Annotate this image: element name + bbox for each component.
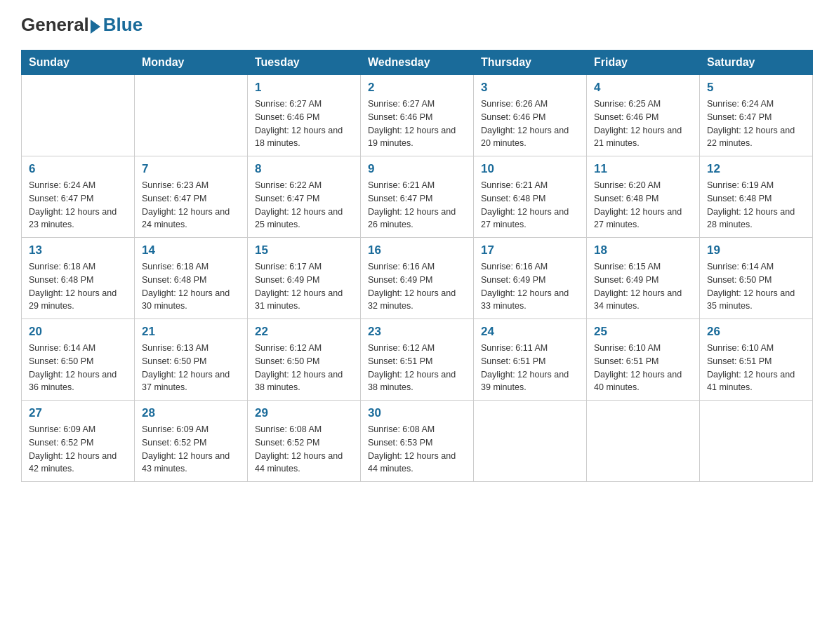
day-number: 27 bbox=[29, 406, 127, 420]
day-cell: 3Sunrise: 6:26 AM Sunset: 6:46 PM Daylig… bbox=[474, 75, 587, 156]
day-number: 18 bbox=[594, 243, 692, 257]
day-info: Sunrise: 6:26 AM Sunset: 6:46 PM Dayligh… bbox=[481, 98, 579, 150]
day-cell: 2Sunrise: 6:27 AM Sunset: 6:46 PM Daylig… bbox=[361, 75, 474, 156]
day-number: 25 bbox=[594, 325, 692, 339]
day-cell: 1Sunrise: 6:27 AM Sunset: 6:46 PM Daylig… bbox=[248, 75, 361, 156]
day-cell: 6Sunrise: 6:24 AM Sunset: 6:47 PM Daylig… bbox=[22, 156, 135, 238]
calendar-table: SundayMondayTuesdayWednesdayThursdayFrid… bbox=[21, 50, 813, 482]
day-number: 1 bbox=[255, 81, 353, 95]
day-number: 11 bbox=[594, 162, 692, 176]
day-number: 6 bbox=[29, 162, 127, 176]
logo-blue-text: Blue bbox=[103, 14, 143, 36]
day-cell: 24Sunrise: 6:11 AM Sunset: 6:51 PM Dayli… bbox=[474, 319, 587, 401]
day-number: 9 bbox=[368, 162, 466, 176]
day-number: 13 bbox=[29, 243, 127, 257]
day-number: 24 bbox=[481, 325, 579, 339]
day-info: Sunrise: 6:27 AM Sunset: 6:46 PM Dayligh… bbox=[255, 98, 353, 150]
day-number: 3 bbox=[481, 81, 579, 95]
day-cell: 20Sunrise: 6:14 AM Sunset: 6:50 PM Dayli… bbox=[22, 319, 135, 401]
day-number: 2 bbox=[368, 81, 466, 95]
day-number: 14 bbox=[142, 243, 240, 257]
day-info: Sunrise: 6:22 AM Sunset: 6:47 PM Dayligh… bbox=[255, 179, 353, 232]
week-row-3: 13Sunrise: 6:18 AM Sunset: 6:48 PM Dayli… bbox=[22, 238, 813, 319]
day-info: Sunrise: 6:14 AM Sunset: 6:50 PM Dayligh… bbox=[707, 260, 805, 313]
weekday-header-thursday: Thursday bbox=[474, 51, 587, 75]
day-info: Sunrise: 6:12 AM Sunset: 6:51 PM Dayligh… bbox=[368, 342, 466, 394]
day-info: Sunrise: 6:24 AM Sunset: 6:47 PM Dayligh… bbox=[29, 179, 127, 232]
day-info: Sunrise: 6:18 AM Sunset: 6:48 PM Dayligh… bbox=[29, 260, 127, 313]
logo: General Blue bbox=[21, 14, 143, 36]
day-info: Sunrise: 6:16 AM Sunset: 6:49 PM Dayligh… bbox=[368, 260, 466, 313]
day-cell: 25Sunrise: 6:10 AM Sunset: 6:51 PM Dayli… bbox=[587, 319, 700, 401]
day-info: Sunrise: 6:14 AM Sunset: 6:50 PM Dayligh… bbox=[29, 342, 127, 394]
day-cell bbox=[474, 401, 587, 482]
weekday-header-wednesday: Wednesday bbox=[361, 51, 474, 75]
day-cell: 17Sunrise: 6:16 AM Sunset: 6:49 PM Dayli… bbox=[474, 238, 587, 319]
weekday-header-friday: Friday bbox=[587, 51, 700, 75]
weekday-header-sunday: Sunday bbox=[22, 51, 135, 75]
day-info: Sunrise: 6:24 AM Sunset: 6:47 PM Dayligh… bbox=[707, 98, 805, 150]
day-info: Sunrise: 6:25 AM Sunset: 6:46 PM Dayligh… bbox=[594, 98, 692, 150]
day-cell: 11Sunrise: 6:20 AM Sunset: 6:48 PM Dayli… bbox=[587, 156, 700, 238]
logo-arrow-icon bbox=[91, 20, 100, 34]
day-info: Sunrise: 6:09 AM Sunset: 6:52 PM Dayligh… bbox=[142, 423, 240, 476]
day-cell: 22Sunrise: 6:12 AM Sunset: 6:50 PM Dayli… bbox=[248, 319, 361, 401]
day-cell: 19Sunrise: 6:14 AM Sunset: 6:50 PM Dayli… bbox=[700, 238, 813, 319]
week-row-4: 20Sunrise: 6:14 AM Sunset: 6:50 PM Dayli… bbox=[22, 319, 813, 401]
day-info: Sunrise: 6:12 AM Sunset: 6:50 PM Dayligh… bbox=[255, 342, 353, 394]
day-cell: 21Sunrise: 6:13 AM Sunset: 6:50 PM Dayli… bbox=[135, 319, 248, 401]
day-cell: 29Sunrise: 6:08 AM Sunset: 6:52 PM Dayli… bbox=[248, 401, 361, 482]
day-number: 5 bbox=[707, 81, 805, 95]
day-info: Sunrise: 6:20 AM Sunset: 6:48 PM Dayligh… bbox=[594, 179, 692, 232]
logo-general-text: General bbox=[21, 14, 89, 36]
day-number: 23 bbox=[368, 325, 466, 339]
day-cell: 28Sunrise: 6:09 AM Sunset: 6:52 PM Dayli… bbox=[135, 401, 248, 482]
day-info: Sunrise: 6:11 AM Sunset: 6:51 PM Dayligh… bbox=[481, 342, 579, 394]
week-row-5: 27Sunrise: 6:09 AM Sunset: 6:52 PM Dayli… bbox=[22, 401, 813, 482]
day-cell bbox=[135, 75, 248, 156]
day-cell: 4Sunrise: 6:25 AM Sunset: 6:46 PM Daylig… bbox=[587, 75, 700, 156]
day-cell: 30Sunrise: 6:08 AM Sunset: 6:53 PM Dayli… bbox=[361, 401, 474, 482]
day-cell: 7Sunrise: 6:23 AM Sunset: 6:47 PM Daylig… bbox=[135, 156, 248, 238]
day-cell: 9Sunrise: 6:21 AM Sunset: 6:47 PM Daylig… bbox=[361, 156, 474, 238]
day-number: 7 bbox=[142, 162, 240, 176]
weekday-header-row: SundayMondayTuesdayWednesdayThursdayFrid… bbox=[22, 51, 813, 75]
day-info: Sunrise: 6:19 AM Sunset: 6:48 PM Dayligh… bbox=[707, 179, 805, 232]
day-number: 28 bbox=[142, 406, 240, 420]
day-cell: 15Sunrise: 6:17 AM Sunset: 6:49 PM Dayli… bbox=[248, 238, 361, 319]
day-info: Sunrise: 6:18 AM Sunset: 6:48 PM Dayligh… bbox=[142, 260, 240, 313]
day-number: 10 bbox=[481, 162, 579, 176]
day-cell: 26Sunrise: 6:10 AM Sunset: 6:51 PM Dayli… bbox=[700, 319, 813, 401]
day-info: Sunrise: 6:09 AM Sunset: 6:52 PM Dayligh… bbox=[29, 423, 127, 476]
day-cell: 13Sunrise: 6:18 AM Sunset: 6:48 PM Dayli… bbox=[22, 238, 135, 319]
day-info: Sunrise: 6:10 AM Sunset: 6:51 PM Dayligh… bbox=[594, 342, 692, 394]
day-number: 16 bbox=[368, 243, 466, 257]
day-info: Sunrise: 6:10 AM Sunset: 6:51 PM Dayligh… bbox=[707, 342, 805, 394]
week-row-2: 6Sunrise: 6:24 AM Sunset: 6:47 PM Daylig… bbox=[22, 156, 813, 238]
day-cell: 8Sunrise: 6:22 AM Sunset: 6:47 PM Daylig… bbox=[248, 156, 361, 238]
day-number: 20 bbox=[29, 325, 127, 339]
day-cell bbox=[22, 75, 135, 156]
day-number: 19 bbox=[707, 243, 805, 257]
day-info: Sunrise: 6:27 AM Sunset: 6:46 PM Dayligh… bbox=[368, 98, 466, 150]
day-cell: 18Sunrise: 6:15 AM Sunset: 6:49 PM Dayli… bbox=[587, 238, 700, 319]
day-number: 29 bbox=[255, 406, 353, 420]
weekday-header-tuesday: Tuesday bbox=[248, 51, 361, 75]
day-cell: 14Sunrise: 6:18 AM Sunset: 6:48 PM Dayli… bbox=[135, 238, 248, 319]
weekday-header-monday: Monday bbox=[135, 51, 248, 75]
day-cell bbox=[587, 401, 700, 482]
week-row-1: 1Sunrise: 6:27 AM Sunset: 6:46 PM Daylig… bbox=[22, 75, 813, 156]
day-info: Sunrise: 6:23 AM Sunset: 6:47 PM Dayligh… bbox=[142, 179, 240, 232]
day-info: Sunrise: 6:08 AM Sunset: 6:53 PM Dayligh… bbox=[368, 423, 466, 476]
day-number: 21 bbox=[142, 325, 240, 339]
day-number: 8 bbox=[255, 162, 353, 176]
day-cell: 5Sunrise: 6:24 AM Sunset: 6:47 PM Daylig… bbox=[700, 75, 813, 156]
day-info: Sunrise: 6:21 AM Sunset: 6:48 PM Dayligh… bbox=[481, 179, 579, 232]
day-info: Sunrise: 6:21 AM Sunset: 6:47 PM Dayligh… bbox=[368, 179, 466, 232]
page-header: General Blue bbox=[21, 14, 813, 36]
day-info: Sunrise: 6:08 AM Sunset: 6:52 PM Dayligh… bbox=[255, 423, 353, 476]
day-number: 26 bbox=[707, 325, 805, 339]
day-number: 12 bbox=[707, 162, 805, 176]
day-info: Sunrise: 6:15 AM Sunset: 6:49 PM Dayligh… bbox=[594, 260, 692, 313]
day-cell: 12Sunrise: 6:19 AM Sunset: 6:48 PM Dayli… bbox=[700, 156, 813, 238]
